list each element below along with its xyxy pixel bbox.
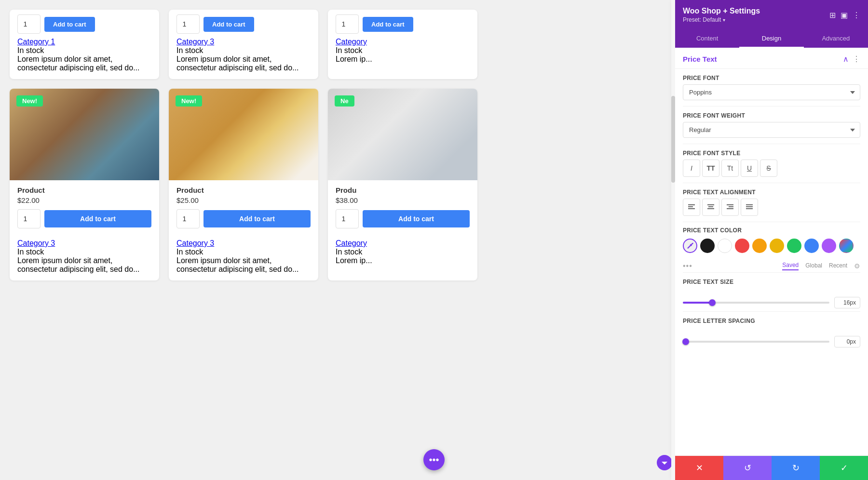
svg-rect-9 [746,204,753,205]
product-card-body-2: Product $25.00 Add to cart [169,180,318,239]
add-to-cart-p1[interactable]: Add to cart [44,210,151,227]
category-link-p2[interactable]: Category 3 [176,239,214,247]
category-link-3[interactable]: Category [336,38,367,46]
saved-tab[interactable]: Saved [782,262,799,270]
capitalize-btn[interactable]: Tt [721,160,739,177]
svg-rect-11 [746,208,753,209]
price-text-size-track[interactable] [683,302,829,304]
swatch-orange[interactable] [752,239,767,253]
price-text-alignment-label: Price Text Alignment [683,189,860,196]
fab-button[interactable]: ••• [423,449,445,470]
save-button[interactable]: ✓ [820,456,868,480]
price-font-weight-select[interactable]: Regular [683,122,860,138]
price-text-size-value[interactable]: 16px [834,297,860,308]
new-badge-1: New! [16,95,43,107]
in-stock-3: In stock [336,46,470,55]
product-card-footer-3: Category In stock Lorem ip... [328,239,477,272]
price-text-size-field: Price Text Size [675,273,868,294]
italic-btn[interactable]: I [683,160,700,177]
price-letter-spacing-value[interactable]: 0px [834,336,860,347]
color-gear-icon[interactable]: ⚙ [854,262,860,270]
qty-input-2[interactable] [176,14,200,34]
strikethrough-btn[interactable]: S [760,160,777,177]
fullscreen-icon[interactable]: ⊞ [829,11,836,20]
align-left-btn[interactable] [683,199,700,216]
cancel-button[interactable]: ✕ [675,456,723,480]
price-text-size-thumb[interactable] [709,299,716,306]
add-to-cart-p2[interactable]: Add to cart [203,210,311,227]
price-text-alignment-field: Price Text Alignment [675,183,868,222]
add-to-cart-btn-top-3[interactable]: Add to cart [363,17,413,32]
qty-input-1[interactable] [17,14,41,34]
section-more-icon[interactable]: ⋮ [853,54,860,64]
price-font-style-field: Price Font Style I TT Tt U S [675,144,868,183]
swatch-black[interactable] [700,239,715,253]
swatch-red[interactable] [735,239,749,253]
product-actions-2: Add to cart [176,209,311,228]
uppercase-btn[interactable]: TT [702,160,719,177]
add-to-cart-btn-top-2[interactable]: Add to cart [203,17,254,32]
add-to-cart-p3[interactable]: Add to cart [363,210,470,227]
scroll-indicator[interactable] [657,455,672,470]
svg-rect-2 [688,208,695,209]
product-image-wrap-3: Ne [328,89,477,180]
swatch-white[interactable] [718,239,732,253]
panel-subtitle[interactable]: Preset: Default ▾ [683,16,760,23]
swatch-gradient[interactable] [839,239,854,253]
in-stock-p2: In stock [176,248,311,256]
qty-input-3[interactable] [336,14,359,34]
price-letter-spacing-track[interactable] [683,341,829,343]
panel-action-bar: ✕ ↺ ↻ ✓ [675,455,868,480]
price-text-color-label: Price Text Color [683,227,860,234]
panel-title-area: Woo Shop + Settings Preset: Default ▾ [683,7,760,23]
category-link-2[interactable]: Category 3 [176,38,214,46]
split-view-icon[interactable]: ▣ [841,11,848,20]
add-to-cart-btn-top-1[interactable]: Add to cart [44,17,95,32]
new-badge-3: Ne [335,95,354,107]
tab-advanced[interactable]: Advanced [804,30,868,48]
collapse-icon[interactable]: ∧ [843,54,849,64]
swatch-purple[interactable] [822,239,836,253]
qty-input-p3[interactable] [336,209,359,228]
qty-input-p2[interactable] [176,209,200,228]
qty-input-p1[interactable] [17,209,41,228]
tab-design[interactable]: Design [739,30,803,48]
more-options-icon[interactable]: ⋮ [853,11,860,20]
price-letter-spacing-label: Price Letter Spacing [683,318,860,324]
category-link-1[interactable]: Category 1 [17,38,55,46]
color-tabs-row: ••• Saved Global Recent ⚙ [675,258,868,272]
desc-3: Lorem ip... [336,55,470,64]
product-card-top-3: Add to cart Category In stock Lorem ip..… [328,10,477,79]
eyedropper-swatch[interactable] [683,239,697,253]
color-more-dots[interactable]: ••• [683,262,692,270]
product-card-3: Ne Produ $38.00 Add to cart Category In … [328,89,477,280]
price-letter-spacing-thumb[interactable] [682,338,689,345]
undo-button[interactable]: ↺ [723,456,772,480]
align-right-btn[interactable] [721,199,739,216]
align-justify-btn[interactable] [741,199,758,216]
global-tab[interactable]: Global [805,262,822,270]
recent-tab[interactable]: Recent [829,262,847,270]
price-font-weight-label: Price Font Weight [683,112,860,119]
underline-btn[interactable]: U [741,160,758,177]
swatch-green[interactable] [787,239,801,253]
price-letter-spacing-slider-row: 0px [675,333,868,350]
product-card-top-2: Add to cart Category 3 In stock Lorem ip… [169,10,318,79]
price-font-select[interactable]: Poppins [683,84,860,100]
product-card-footer-1: Category 3 In stock Lorem ipsum dolor si… [10,239,159,280]
svg-rect-1 [688,206,693,207]
swatch-yellow[interactable] [770,239,784,253]
tab-content[interactable]: Content [675,30,739,48]
svg-rect-4 [708,206,713,207]
price-font-style-label: Price Font Style [683,150,860,157]
section-price-text-header: Price Text ∧ ⋮ [675,48,868,69]
category-link-p1[interactable]: Category 3 [17,239,55,247]
redo-button[interactable]: ↻ [772,456,820,480]
swatch-blue[interactable] [804,239,819,253]
price-text-size-fill [683,302,712,304]
category-link-p3[interactable]: Category [336,239,367,247]
fab-dots: ••• [429,454,439,466]
align-center-btn[interactable] [702,199,719,216]
product-card-body-3: Produ $38.00 Add to cart [328,180,477,239]
panel-scrollbar-thumb[interactable] [671,96,675,183]
